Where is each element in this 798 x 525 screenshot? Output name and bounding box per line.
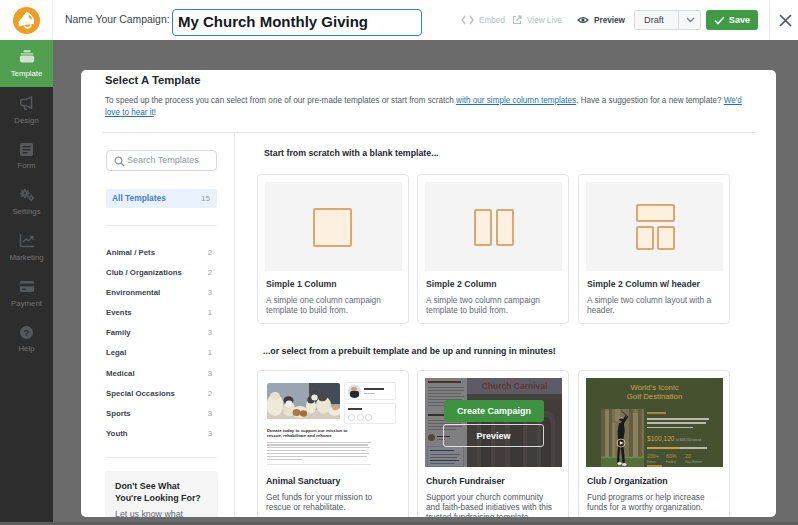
svg-text:?: ?	[24, 327, 30, 338]
